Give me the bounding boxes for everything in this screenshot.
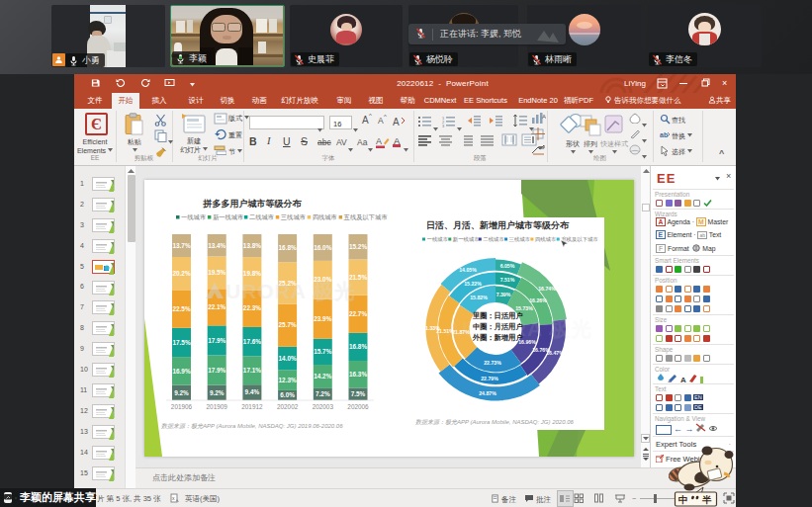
svg-text:202002: 202002	[277, 403, 299, 410]
svg-text:三线城市: 三线城市	[281, 213, 306, 220]
svg-text:14.0%: 14.0%	[279, 355, 297, 362]
svg-text:12.3%: 12.3%	[279, 377, 297, 383]
svg-text:15.22%: 15.22%	[464, 281, 482, 287]
svg-text:17.6%: 17.6%	[243, 338, 261, 345]
svg-text:17.5%: 17.5%	[172, 339, 190, 346]
svg-text:20.2%: 20.2%	[172, 270, 190, 277]
svg-text:16.47%: 16.47%	[546, 350, 564, 356]
svg-text:15.7%: 15.7%	[314, 348, 331, 355]
svg-text:URORA 极光: URORA 极光	[226, 280, 356, 302]
svg-text:201906: 201906	[171, 403, 193, 410]
svg-text:一线城市: 一线城市	[427, 236, 449, 242]
svg-text:17.1%: 17.1%	[243, 367, 261, 374]
svg-text:中: 中	[678, 494, 688, 505]
svg-text:22.79%: 22.79%	[481, 376, 498, 381]
svg-text:16.0%: 16.0%	[314, 244, 331, 251]
svg-text:25.7%: 25.7%	[279, 321, 297, 328]
svg-text:16.9%: 16.9%	[172, 368, 190, 375]
svg-text:3: 3	[442, 124, 445, 128]
svg-text:21.33%: 21.33%	[422, 325, 440, 331]
svg-text:202003: 202003	[313, 403, 334, 410]
svg-text:数据来源：极光APP (Aurora Mobile, NAS: 数据来源：极光APP (Aurora Mobile, NASDAQ: JG) 2…	[415, 419, 574, 425]
svg-text:数据来源：极光APP (Aurora Mobile, NAS: 数据来源：极光APP (Aurora Mobile, NASDAQ: JG) 2…	[161, 423, 343, 429]
svg-text:201912: 201912	[241, 403, 263, 410]
svg-text:13.8%: 13.8%	[243, 242, 261, 249]
svg-text:新一线城市: 新一线城市	[453, 236, 480, 242]
svg-text:半: 半	[701, 494, 712, 505]
svg-text:一线城市: 一线城市	[181, 213, 206, 220]
svg-text:22.1%: 22.1%	[208, 303, 226, 310]
svg-text:7.5%: 7.5%	[351, 390, 366, 397]
svg-text:19.8%: 19.8%	[243, 270, 261, 277]
svg-text:15.2%: 15.2%	[349, 243, 367, 250]
svg-text:16.8%: 16.8%	[279, 244, 297, 251]
svg-text:9.4%: 9.4%	[245, 388, 260, 395]
svg-text:新一线城市: 新一线城市	[213, 213, 243, 220]
svg-text:15.82%: 15.82%	[470, 295, 488, 300]
svg-text:22.73%: 22.73%	[484, 360, 501, 366]
svg-text:201909: 201909	[207, 403, 228, 410]
svg-text:24.87%: 24.87%	[479, 390, 496, 396]
svg-text:14.05%: 14.05%	[459, 267, 477, 273]
svg-text:日活、月活、新增用户城市等级分布: 日活、月活、新增用户城市等级分布	[426, 220, 570, 230]
svg-text:13.4%: 13.4%	[208, 242, 226, 249]
svg-text:A: A	[393, 117, 400, 127]
svg-text:16.3%: 16.3%	[349, 371, 367, 378]
svg-text:6.05%: 6.05%	[500, 263, 515, 269]
svg-text:AURORA 极光: AURORA 极光	[446, 317, 592, 340]
svg-text:7.2%: 7.2%	[316, 390, 330, 397]
svg-text:14.2%: 14.2%	[314, 373, 331, 380]
svg-text:拼多多用户城市等级分布: 拼多多用户城市等级分布	[203, 199, 303, 209]
svg-text:6.0%: 6.0%	[280, 391, 295, 398]
svg-text:23.9%: 23.9%	[314, 315, 331, 322]
svg-text:三线城市: 三线城市	[509, 236, 531, 242]
svg-text:19.5%: 19.5%	[208, 269, 226, 276]
svg-text:9.2%: 9.2%	[210, 389, 225, 396]
svg-text:二线城市: 二线城市	[483, 236, 504, 242]
svg-text:17.9%: 17.9%	[208, 337, 226, 344]
svg-text:7.39%: 7.39%	[496, 292, 511, 297]
svg-text:22.7%: 22.7%	[349, 310, 367, 317]
svg-text:二线城市: 二线城市	[249, 213, 274, 220]
svg-text:202006: 202006	[347, 403, 369, 410]
svg-text:五线及以下城市: 五线及以下城市	[344, 213, 388, 220]
svg-text:A: A	[376, 136, 382, 146]
svg-text:四线城市: 四线城市	[313, 213, 337, 221]
svg-text:13.7%: 13.7%	[172, 242, 190, 249]
svg-text:16.8%: 16.8%	[349, 343, 367, 350]
svg-text:四线城市: 四线城市	[535, 236, 557, 243]
svg-text:ab: ab	[660, 131, 668, 138]
svg-text:17.9%: 17.9%	[208, 367, 226, 374]
svg-text:A: A	[542, 114, 546, 120]
svg-text:9.2%: 9.2%	[174, 389, 189, 396]
svg-text:16.26%: 16.26%	[529, 297, 547, 303]
svg-text:7.51%: 7.51%	[500, 277, 515, 283]
svg-text:22.5%: 22.5%	[172, 305, 190, 312]
svg-text:22.3%: 22.3%	[243, 304, 261, 311]
svg-text:16.74%: 16.74%	[538, 286, 556, 292]
